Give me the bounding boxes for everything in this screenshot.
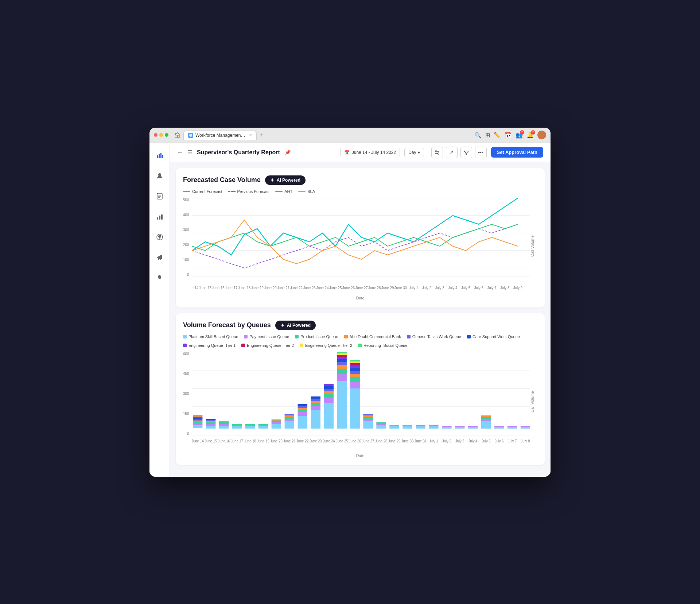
svg-rect-33 xyxy=(193,422,202,423)
pin-icon[interactable]: 📌 xyxy=(284,150,291,155)
x-label-5: June 19 xyxy=(251,286,263,290)
svg-rect-150 xyxy=(468,426,478,427)
search-icon[interactable]: 🔍 xyxy=(474,132,482,139)
svg-rect-12 xyxy=(161,214,163,220)
svg-rect-161 xyxy=(508,426,517,427)
set-approval-button[interactable]: Set Approval Path xyxy=(491,147,543,158)
x-label-23: July 7 xyxy=(487,286,496,290)
close-dot[interactable] xyxy=(154,133,158,137)
legend-abudhabi-label: Abu Dhabi Commercial Bank xyxy=(350,334,401,339)
svg-rect-89 xyxy=(311,396,320,399)
svg-rect-103 xyxy=(337,362,346,365)
sidebar-item-barchart[interactable] xyxy=(153,210,166,223)
bar-june27: June 27 xyxy=(362,414,374,443)
bar-july5: July 5 xyxy=(481,415,491,443)
forecasted-chart-area: June 14 June 15 June 16 June 17 June 18 … xyxy=(192,198,530,294)
menu-button[interactable]: ☰ xyxy=(187,149,192,156)
x-label-18: July 2 xyxy=(422,286,431,290)
svg-rect-140 xyxy=(429,426,438,429)
svg-rect-87 xyxy=(311,401,320,403)
sidebar-item-analytics[interactable] xyxy=(153,149,166,162)
tab-close-button[interactable]: ✕ xyxy=(249,133,252,137)
x-label-25: July 9 xyxy=(513,286,522,290)
tab-bar: Workforce Managemen… ✕ + xyxy=(183,131,471,140)
day-selector[interactable]: Day ▾ xyxy=(404,148,424,157)
legend-eng-tier2a-dot xyxy=(241,344,245,347)
legend-previous-forecast: Previous Forecast xyxy=(228,189,270,194)
more-options-button[interactable]: ••• xyxy=(475,147,487,158)
legend-sla-line xyxy=(298,191,306,192)
svg-rect-110 xyxy=(350,388,359,429)
date-range-button[interactable]: 📅 June 14 - July 14 2022 xyxy=(340,148,400,157)
x-label-2: June 16 xyxy=(212,286,225,290)
svg-rect-116 xyxy=(350,365,359,368)
svg-rect-66 xyxy=(271,424,281,429)
svg-rect-36 xyxy=(193,418,202,419)
app-container: ← ☰ Supervisor's Quarterly Report 📌 📅 Ju… xyxy=(149,143,551,477)
legend-aht: AHT xyxy=(275,189,292,194)
svg-rect-114 xyxy=(350,371,359,374)
edit-icon[interactable]: ✏️ xyxy=(494,132,501,139)
bar-june16: June 16 xyxy=(218,421,230,443)
svg-text:July 6: July 6 xyxy=(494,439,503,443)
svg-text:July 7: July 7 xyxy=(508,439,517,443)
queue-chart-area: June 14 June 15 xyxy=(192,352,530,452)
calendar-icon[interactable]: 📅 xyxy=(505,132,512,139)
svg-rect-52 xyxy=(219,421,228,422)
legend-aht-label: AHT xyxy=(284,189,292,194)
svg-point-0 xyxy=(189,134,192,137)
svg-rect-59 xyxy=(245,425,254,426)
svg-rect-1 xyxy=(157,155,158,158)
legend-eng-tier1-dot xyxy=(183,344,187,347)
sidebar-item-megaphone[interactable] xyxy=(153,251,166,264)
svg-rect-32 xyxy=(193,423,202,425)
date-range-label: June 14 - July 14 2022 xyxy=(352,150,396,155)
x-label-16: June 30 xyxy=(394,286,407,290)
ai-star-icon: ✦ xyxy=(270,177,275,183)
ai-badge-label: AI Powered xyxy=(277,178,300,183)
queue-y-tick-600: 600 xyxy=(183,352,189,356)
maximize-dot[interactable] xyxy=(165,133,168,137)
svg-rect-146 xyxy=(455,427,464,429)
sidebar-item-reports[interactable] xyxy=(153,190,166,203)
active-tab[interactable]: Workforce Managemen… ✕ xyxy=(183,131,257,140)
sidebar-item-contacts[interactable] xyxy=(153,169,166,182)
svg-rect-152 xyxy=(481,421,491,429)
svg-text:June 31: June 31 xyxy=(414,439,427,443)
share-button[interactable]: ↗ xyxy=(446,147,458,158)
svg-rect-86 xyxy=(311,403,320,406)
grid-icon[interactable]: ⊞ xyxy=(485,132,490,139)
filter-adjust-button[interactable] xyxy=(431,147,443,158)
svg-rect-95 xyxy=(324,389,333,391)
bar-june23: June 23 xyxy=(310,396,322,443)
home-button[interactable]: 🏠 xyxy=(174,132,180,138)
forecasted-chart-header: Forecasted Case Volume ✦ AI Powered xyxy=(183,175,537,185)
minimize-dot[interactable] xyxy=(159,133,163,137)
bar-july4: July 4 xyxy=(468,426,478,443)
svg-rect-38 xyxy=(193,417,202,417)
bar-june30: June 30 xyxy=(401,425,413,443)
browser-chrome: 🏠 Workforce Managemen… ✕ + 🔍 ⊞ ✏️ 📅 👥 2 … xyxy=(149,128,551,143)
legend-product: Product Issue Queue xyxy=(295,334,338,339)
sidebar-item-support[interactable] xyxy=(153,231,166,244)
header-actions: ↗ ••• xyxy=(431,147,487,158)
bar-june18: June 18 xyxy=(244,424,256,443)
svg-rect-164 xyxy=(521,426,530,427)
svg-text:June 23: June 23 xyxy=(310,439,322,443)
forecasted-chart-card: Forecasted Case Volume ✦ AI Powered Curr… xyxy=(176,168,545,307)
x-label-6: June 20 xyxy=(264,286,277,290)
svg-rect-75 xyxy=(284,414,294,415)
svg-rect-99 xyxy=(337,381,346,429)
x-label-17: July 1 xyxy=(409,286,418,290)
svg-rect-81 xyxy=(298,406,307,408)
bell-icon[interactable]: 🔔 2 xyxy=(526,132,534,139)
user-avatar[interactable] xyxy=(537,131,546,139)
filter-button[interactable] xyxy=(460,147,472,158)
legend-care-label: Care Support Work Queue xyxy=(472,334,520,339)
users-icon[interactable]: 👥 2 xyxy=(516,132,523,139)
svg-rect-88 xyxy=(311,399,320,401)
sidebar-item-settings[interactable] xyxy=(153,271,166,284)
svg-rect-4 xyxy=(162,155,163,158)
new-tab-button[interactable]: + xyxy=(258,132,266,138)
back-button[interactable]: ← xyxy=(177,149,183,156)
